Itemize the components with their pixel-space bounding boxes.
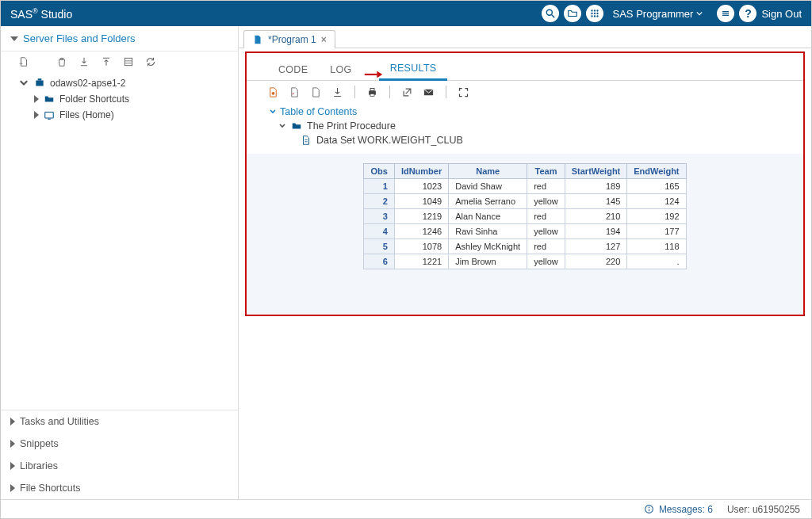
help-icon[interactable]: ? [739, 5, 756, 22]
panel-tasks[interactable]: Tasks and Utilities [1, 410, 238, 433]
toc-proc[interactable]: The Print Procedure [278, 120, 781, 132]
toc-dataset[interactable]: Data Set WORK.WEIGHT_CLUB [301, 135, 781, 146]
cell: 124 [627, 194, 686, 209]
cell: 1049 [394, 194, 448, 209]
upload-icon[interactable] [101, 56, 112, 67]
caret-right-icon [10, 418, 15, 426]
new-window-icon[interactable] [401, 86, 413, 98]
panel-snippets[interactable]: Snippets [1, 433, 238, 455]
results-output: ObsIdNumberNameTeamStartWeightEndWeight … [247, 154, 803, 315]
svg-point-4 [596, 10, 598, 11]
messages-link[interactable]: Messages: 6 [644, 504, 713, 515]
download-results-icon[interactable] [331, 86, 343, 98]
delete-icon[interactable] [56, 56, 67, 67]
refresh-icon[interactable] [145, 56, 156, 67]
cell: 189 [565, 179, 627, 194]
svg-rect-18 [38, 78, 42, 80]
caret-right-icon [10, 484, 15, 492]
open-folder-icon[interactable] [564, 5, 581, 22]
column-header: Name [449, 164, 527, 179]
export-html-icon[interactable] [267, 86, 279, 98]
table-row: 31219Alan Nancered210192 [364, 209, 686, 224]
tab-program1[interactable]: *Program 1 × [243, 30, 335, 48]
cell: 6 [364, 254, 394, 269]
cell: Alan Nance [449, 209, 527, 224]
caret-right-icon [10, 440, 15, 448]
print-icon[interactable] [366, 86, 378, 98]
export-rtf-icon[interactable] [310, 86, 322, 98]
subtab-log[interactable]: LOG [319, 59, 362, 80]
cell: Ravi Sinha [449, 224, 527, 239]
svg-point-6 [593, 13, 595, 14]
cell: 210 [565, 209, 627, 224]
cell: David Shaw [449, 179, 527, 194]
panel-file-shortcuts[interactable]: File Shortcuts [1, 477, 238, 499]
cell: Ashley McKnight [449, 239, 527, 254]
cell: 3 [364, 209, 394, 224]
subtab-code[interactable]: CODE [267, 59, 319, 80]
sign-out-link[interactable]: Sign Out [761, 8, 802, 20]
close-tab-icon[interactable]: × [321, 34, 327, 45]
status-bar: Messages: 6 User: u61950255 [1, 499, 811, 518]
cell: 1 [364, 179, 394, 194]
cell: 2 [364, 194, 394, 209]
new-file-icon[interactable] [18, 56, 29, 67]
user-label: SAS Programmer [613, 8, 694, 20]
svg-rect-14 [124, 58, 132, 65]
svg-point-8 [591, 15, 592, 17]
caret-right-icon [10, 462, 15, 470]
output-table: ObsIdNumberNameTeamStartWeightEndWeight … [363, 163, 686, 269]
cell: 194 [565, 224, 627, 239]
tree-files-home[interactable]: Files (Home) [33, 107, 230, 123]
column-header: StartWeight [565, 164, 627, 179]
email-icon[interactable] [423, 86, 435, 98]
tree-folder-shortcuts[interactable]: Folder Shortcuts [33, 91, 230, 107]
cell: red [527, 179, 565, 194]
cell: 1078 [394, 239, 448, 254]
more-options-icon[interactable] [717, 5, 734, 22]
properties-icon[interactable] [123, 56, 134, 67]
cell: Amelia Serrano [449, 194, 527, 209]
cell: 118 [627, 239, 686, 254]
separator [354, 86, 355, 98]
subtab-results[interactable]: RESULTS [379, 58, 448, 81]
subtab-strip: CODE LOG RESULTS [247, 53, 803, 81]
folder-shortcuts-label: Folder Shortcuts [59, 93, 129, 105]
cell: . [627, 254, 686, 269]
separator [446, 86, 446, 98]
panel-server-files[interactable]: Server Files and Folders [1, 26, 238, 52]
table-of-contents: Table of Contents The Print Procedure Da… [247, 103, 803, 149]
search-icon[interactable] [542, 5, 559, 22]
svg-rect-27 [370, 93, 374, 96]
toc-header[interactable]: Table of Contents [269, 106, 781, 117]
panel-libraries[interactable]: Libraries [1, 455, 238, 477]
cell: 165 [627, 179, 686, 194]
cell: 192 [627, 209, 686, 224]
export-pdf-icon[interactable]: P [289, 86, 301, 98]
cell: yellow [527, 254, 565, 269]
user-menu[interactable]: SAS Programmer [613, 8, 703, 20]
caret-right-icon [34, 95, 39, 103]
cell: 5 [364, 239, 394, 254]
tree-root[interactable]: odaws02-apse1-2 [17, 75, 230, 91]
main-area: Server Files and Folders odaws02-apse1-2… [1, 26, 811, 499]
collapsed-panels: Tasks and Utilities Snippets Libraries F… [1, 410, 238, 499]
column-header: IdNumber [394, 164, 448, 179]
editor-tabstrip: *Program 1 × [239, 26, 811, 48]
sidebar-toolbar [1, 52, 238, 75]
cell: 4 [364, 224, 394, 239]
tab-program1-label: *Program 1 [268, 34, 316, 45]
cell: 1219 [394, 209, 448, 224]
caret-right-icon [34, 111, 39, 119]
app-brand: SAS® Studio [10, 7, 72, 21]
apps-grid-icon[interactable] [586, 5, 603, 22]
svg-point-10 [596, 15, 598, 17]
download-icon[interactable] [79, 56, 90, 67]
svg-rect-26 [370, 88, 374, 90]
svg-point-5 [591, 13, 592, 14]
table-row: 51078Ashley McKnightred127118 [364, 239, 686, 254]
cell: red [527, 209, 565, 224]
table-row: 61221Jim Brownyellow220. [364, 254, 686, 269]
caret-down-icon [10, 36, 18, 41]
maximize-icon[interactable] [458, 86, 469, 98]
